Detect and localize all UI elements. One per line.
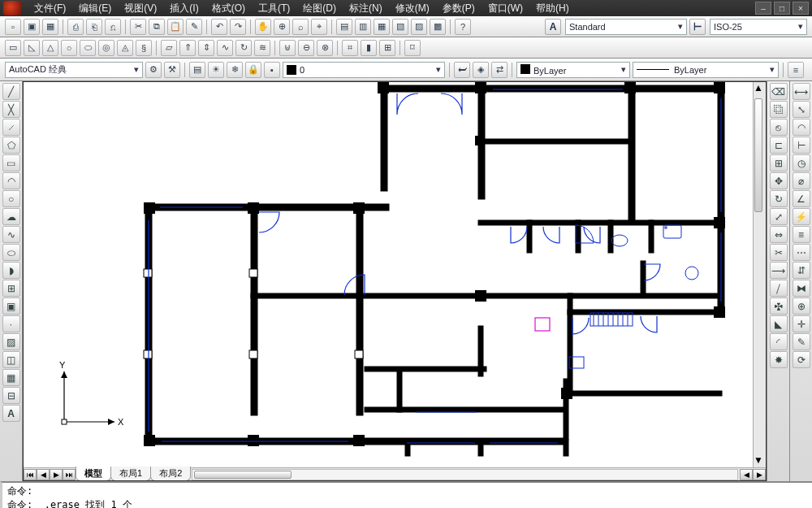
command-line[interactable]: 命令: 命令: _.erase 找到 1 个	[0, 481, 812, 508]
mirror-tool[interactable]: ⎋	[770, 119, 788, 136]
pyramid-button[interactable]: ◬	[117, 40, 133, 56]
help-button[interactable]: ?	[455, 19, 471, 35]
app-icon[interactable]	[3, 1, 21, 15]
revcloud-tool[interactable]: ☁	[2, 208, 20, 225]
workspace-settings-button[interactable]: ⚙	[145, 62, 162, 78]
box-button[interactable]: ▭	[5, 40, 21, 56]
layer-previous-button[interactable]: ⮨	[454, 62, 470, 78]
paste-button[interactable]: 📋	[167, 19, 184, 35]
markup-button[interactable]: ▨	[411, 19, 427, 35]
copy-tool[interactable]: ⿻	[770, 101, 788, 118]
intersect-button[interactable]: ⊗	[317, 40, 333, 56]
make-block-tool[interactable]: ▣	[2, 297, 20, 315]
model-tab[interactable]: 模型	[76, 467, 111, 481]
line-tool[interactable]: ╱	[2, 83, 20, 100]
rectangle-tool[interactable]: ▭	[2, 154, 20, 172]
vertical-scrollbar[interactable]: ▲ ▼	[753, 82, 766, 467]
menu-format[interactable]: 格式(O)	[205, 0, 252, 17]
revolve-button[interactable]: ↻	[235, 40, 252, 56]
tab-prev-button[interactable]: ◀	[37, 469, 50, 480]
dim-continue-tool[interactable]: ⋯	[793, 244, 810, 261]
menu-modify[interactable]: 修改(M)	[389, 0, 436, 17]
zoom-prev-button[interactable]: ⌖	[311, 19, 327, 35]
dim-break-tool[interactable]: ⧓	[793, 280, 810, 297]
ellipse-arc-tool[interactable]: ◗	[2, 262, 20, 279]
polyline-tool[interactable]: ⟋	[2, 119, 20, 136]
dim-aligned-tool[interactable]: ⤡	[793, 101, 810, 118]
open-button[interactable]: ▣	[24, 19, 40, 35]
menu-edit[interactable]: 编辑(E)	[72, 0, 118, 17]
extrude-button[interactable]: ⇑	[179, 40, 196, 56]
menu-view[interactable]: 视图(V)	[118, 0, 163, 17]
layer-isolate-button[interactable]: ◈	[473, 62, 489, 78]
region-tool[interactable]: ▦	[2, 369, 20, 386]
dim-diameter-tool[interactable]: ⌀	[793, 172, 810, 189]
polygon-tool[interactable]: ⬠	[2, 137, 20, 154]
drawing-canvas[interactable]: X Y ▲ ▼ ⏮ ◀ ▶ ⏭ 模型 布局1 布局2 ◀ ▶	[23, 81, 767, 481]
design-center-button[interactable]: ▥	[355, 19, 371, 35]
trim-tool[interactable]: ✂	[770, 244, 788, 261]
zoom-window-button[interactable]: ⌕	[292, 19, 309, 35]
vscroll-thumb[interactable]	[754, 98, 762, 212]
properties-button[interactable]: ▤	[336, 19, 352, 35]
tab-last-button[interactable]: ⏭	[63, 469, 76, 480]
selected-object[interactable]	[535, 318, 550, 331]
chamfer-tool[interactable]: ◣	[770, 315, 788, 332]
dim-style-combo[interactable]: ISO-25▾	[710, 19, 807, 35]
workspace-save-button[interactable]: ⚒	[164, 62, 180, 78]
layer-manager-button[interactable]: ▤	[189, 62, 205, 78]
helix-button[interactable]: §	[136, 40, 152, 56]
planar-button[interactable]: ▱	[161, 40, 177, 56]
calc-button[interactable]: ▩	[430, 19, 446, 35]
layout2-tab[interactable]: 布局2	[150, 467, 191, 481]
loft-button[interactable]: ≋	[254, 40, 270, 56]
dim-baseline-tool[interactable]: ≡	[793, 226, 810, 243]
array-tool[interactable]: ⊞	[770, 154, 788, 172]
new-button[interactable]: ▫	[5, 19, 21, 35]
ellipse-tool[interactable]: ⬭	[2, 244, 20, 261]
zoom-realtime-button[interactable]: ⊕	[274, 19, 290, 35]
mtext-tool[interactable]: A	[2, 405, 20, 422]
dim-update-tool[interactable]: ⟳	[793, 351, 810, 368]
offset-tool[interactable]: ⊏	[770, 137, 788, 154]
print-button[interactable]: ⎙	[67, 19, 84, 35]
close-button[interactable]: ×	[793, 2, 809, 15]
menu-draw[interactable]: 绘图(D)	[296, 0, 343, 17]
menu-insert[interactable]: 插入(I)	[163, 0, 205, 17]
save-button[interactable]: ▦	[42, 19, 58, 35]
presspull-button[interactable]: ⇕	[198, 40, 214, 56]
hscroll-track[interactable]	[192, 469, 738, 480]
minimize-button[interactable]: –	[755, 2, 771, 15]
layer-states-button[interactable]: ☀	[208, 62, 224, 78]
scale-tool[interactable]: ⤢	[770, 208, 788, 225]
wedge-button[interactable]: ◺	[24, 40, 40, 56]
tab-first-button[interactable]: ⏮	[24, 469, 37, 480]
tolerance-tool[interactable]: ⊕	[793, 297, 810, 315]
maximize-button[interactable]: □	[774, 2, 790, 15]
circle-tool[interactable]: ○	[2, 190, 20, 207]
layer-lock-button[interactable]: 🔒	[245, 62, 261, 78]
union-button[interactable]: ⊎	[279, 40, 296, 56]
dim-edit-tool[interactable]: ✎	[793, 333, 810, 350]
dim-quick-tool[interactable]: ⚡	[793, 208, 810, 225]
color-combo[interactable]: ByLayer▾	[516, 62, 630, 78]
scroll-left-button[interactable]: ◀	[740, 469, 753, 480]
linetype-combo[interactable]: ByLayer▾	[633, 62, 779, 78]
hatch-tool[interactable]: ▨	[2, 333, 20, 350]
lineweight-button[interactable]: ≡	[788, 62, 804, 78]
cone-button[interactable]: △	[42, 40, 58, 56]
erase-tool[interactable]: ⌫	[770, 83, 788, 100]
break-tool[interactable]: ⧸	[770, 280, 788, 297]
publish-button[interactable]: ⎌	[105, 19, 121, 35]
table-tool[interactable]: ⊟	[2, 387, 20, 404]
text-style-icon[interactable]: A	[545, 19, 561, 35]
workspace-combo[interactable]: AutoCAD 经典▾	[5, 62, 143, 78]
dim-linear-tool[interactable]: ⟷	[793, 83, 810, 100]
menu-parametric[interactable]: 参数(P)	[436, 0, 482, 17]
sheet-set-button[interactable]: ▧	[392, 19, 408, 35]
spline-tool[interactable]: ∿	[2, 226, 20, 243]
dim-ord-tool[interactable]: ⊢	[793, 137, 810, 154]
scroll-down-button[interactable]: ▼	[754, 454, 765, 467]
sweep-button[interactable]: ∿	[217, 40, 233, 56]
imprint-button[interactable]: ⊞	[379, 40, 395, 56]
